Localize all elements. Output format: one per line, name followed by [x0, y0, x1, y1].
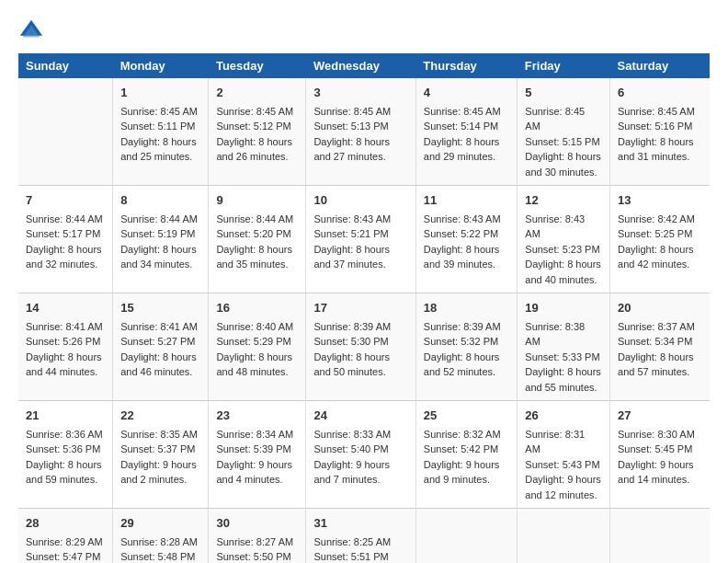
sunset-time: Sunset: 5:37 PM [120, 443, 195, 454]
logo [18, 18, 48, 44]
calendar-week-5: 28Sunrise: 8:29 AMSunset: 5:47 PMDayligh… [18, 509, 710, 564]
sunset-time: Sunset: 5:14 PM [424, 121, 498, 132]
calendar-cell: 31Sunrise: 8:25 AMSunset: 5:51 PMDayligh… [306, 509, 415, 564]
col-header-wednesday: Wednesday [306, 53, 415, 78]
sunrise-time: Sunrise: 8:38 AM [525, 321, 585, 348]
day-number: 30 [216, 514, 298, 533]
sunrise-time: Sunrise: 8:44 AM [216, 213, 293, 224]
sunrise-time: Sunrise: 8:43 AM [313, 213, 391, 224]
calendar-cell: 18Sunrise: 8:39 AMSunset: 5:32 PMDayligh… [415, 293, 517, 401]
col-header-saturday: Saturday [610, 53, 710, 78]
calendar-week-4: 21Sunrise: 8:36 AMSunset: 5:36 PMDayligh… [18, 401, 710, 509]
sunrise-time: Sunrise: 8:29 AM [26, 536, 103, 547]
col-header-sunday: Sunday [18, 53, 113, 78]
daylight-hours: Daylight: 8 hours and 39 minutes. [424, 244, 500, 270]
daylight-hours: Daylight: 9 hours and 2 minutes. [120, 459, 197, 486]
sunset-time: Sunset: 5:32 PM [424, 336, 498, 347]
day-number: 9 [216, 191, 298, 210]
sunrise-time: Sunrise: 8:43 AM [424, 213, 501, 224]
sunrise-time: Sunrise: 8:27 AM [216, 536, 293, 547]
calendar-cell: 29Sunrise: 8:28 AMSunset: 5:48 PMDayligh… [113, 509, 209, 564]
daylight-hours: Daylight: 9 hours and 14 minutes. [618, 459, 694, 486]
sunrise-time: Sunrise: 8:31 AM [525, 429, 585, 455]
day-number: 16 [216, 299, 298, 317]
daylight-hours: Daylight: 8 hours and 42 minutes. [618, 244, 694, 270]
calendar-table: SundayMondayTuesdayWednesdayThursdayFrid… [18, 53, 710, 563]
sunrise-time: Sunrise: 8:32 AM [424, 429, 501, 440]
sunset-time: Sunset: 5:17 PM [26, 228, 100, 239]
calendar-cell: 20Sunrise: 8:37 AMSunset: 5:34 PMDayligh… [610, 293, 710, 401]
calendar-cell: 12Sunrise: 8:43 AMSunset: 5:23 PMDayligh… [518, 186, 610, 293]
sunset-time: Sunset: 5:43 PM [525, 459, 599, 470]
sunset-time: Sunset: 5:45 PM [618, 443, 692, 454]
day-number: 31 [313, 514, 407, 533]
sunrise-time: Sunrise: 8:45 AM [216, 106, 293, 117]
sunset-time: Sunset: 5:39 PM [216, 443, 290, 454]
day-number: 27 [618, 407, 702, 425]
day-number: 1 [120, 84, 200, 102]
day-number: 3 [313, 84, 407, 102]
sunset-time: Sunset: 5:50 PM [216, 551, 290, 562]
calendar-week-3: 14Sunrise: 8:41 AMSunset: 5:26 PMDayligh… [18, 293, 710, 401]
calendar-cell: 30Sunrise: 8:27 AMSunset: 5:50 PMDayligh… [209, 509, 306, 564]
sunrise-time: Sunrise: 8:39 AM [313, 321, 391, 332]
sunrise-time: Sunrise: 8:41 AM [120, 321, 198, 332]
calendar-cell: 15Sunrise: 8:41 AMSunset: 5:27 PMDayligh… [113, 293, 209, 401]
calendar-cell: 8Sunrise: 8:44 AMSunset: 5:19 PMDaylight… [113, 186, 209, 293]
calendar-week-1: 1Sunrise: 8:45 AMSunset: 5:11 PMDaylight… [18, 78, 710, 186]
day-number: 4 [424, 84, 509, 102]
day-number: 21 [26, 407, 105, 425]
col-header-friday: Friday [518, 53, 610, 78]
daylight-hours: Daylight: 8 hours and 48 minutes. [216, 351, 292, 378]
sunset-time: Sunset: 5:25 PM [618, 228, 692, 239]
sunset-time: Sunset: 5:40 PM [313, 443, 388, 454]
daylight-hours: Daylight: 8 hours and 34 minutes. [120, 244, 197, 270]
calendar-cell: 16Sunrise: 8:40 AMSunset: 5:29 PMDayligh… [209, 293, 306, 401]
day-number: 2 [216, 84, 298, 102]
daylight-hours: Daylight: 8 hours and 29 minutes. [424, 136, 500, 163]
daylight-hours: Daylight: 8 hours and 32 minutes. [26, 244, 102, 270]
sunrise-time: Sunrise: 8:33 AM [313, 429, 391, 440]
sunrise-time: Sunrise: 8:34 AM [216, 429, 293, 440]
daylight-hours: Daylight: 9 hours and 12 minutes. [525, 474, 601, 500]
daylight-hours: Daylight: 8 hours and 52 minutes. [424, 351, 500, 378]
sunrise-time: Sunrise: 8:30 AM [618, 429, 695, 440]
sunset-time: Sunset: 5:20 PM [216, 228, 290, 239]
sunrise-time: Sunrise: 8:45 AM [120, 106, 198, 117]
calendar-cell: 14Sunrise: 8:41 AMSunset: 5:26 PMDayligh… [18, 293, 113, 401]
day-number: 14 [26, 299, 105, 317]
daylight-hours: Daylight: 8 hours and 26 minutes. [216, 136, 292, 163]
calendar-cell: 21Sunrise: 8:36 AMSunset: 5:36 PMDayligh… [18, 401, 113, 509]
day-number: 26 [525, 407, 602, 425]
calendar-cell: 19Sunrise: 8:38 AMSunset: 5:33 PMDayligh… [518, 293, 610, 401]
col-header-monday: Monday [113, 53, 209, 78]
sunset-time: Sunset: 5:26 PM [26, 336, 100, 347]
sunset-time: Sunset: 5:34 PM [618, 336, 692, 347]
daylight-hours: Daylight: 9 hours and 4 minutes. [216, 459, 292, 486]
calendar-cell [18, 78, 113, 186]
day-number: 11 [424, 191, 509, 210]
calendar-cell: 5Sunrise: 8:45 AMSunset: 5:15 PMDaylight… [518, 78, 610, 186]
calendar-cell: 27Sunrise: 8:30 AMSunset: 5:45 PMDayligh… [610, 401, 710, 509]
daylight-hours: Daylight: 8 hours and 44 minutes. [26, 351, 102, 378]
day-number: 22 [120, 407, 200, 425]
daylight-hours: Daylight: 8 hours and 31 minutes. [618, 136, 694, 163]
calendar-week-2: 7Sunrise: 8:44 AMSunset: 5:17 PMDaylight… [18, 186, 710, 293]
sunset-time: Sunset: 5:23 PM [525, 244, 599, 255]
day-number: 7 [26, 191, 105, 210]
sunrise-time: Sunrise: 8:42 AM [618, 213, 695, 224]
calendar-cell [518, 509, 610, 564]
daylight-hours: Daylight: 8 hours and 25 minutes. [120, 136, 197, 163]
day-number: 15 [120, 299, 200, 317]
sunrise-time: Sunrise: 8:43 AM [525, 213, 585, 240]
sunrise-time: Sunrise: 8:25 AM [313, 536, 391, 547]
calendar-cell: 4Sunrise: 8:45 AMSunset: 5:14 PMDaylight… [415, 78, 517, 186]
sunset-time: Sunset: 5:48 PM [120, 551, 195, 562]
daylight-hours: Daylight: 8 hours and 30 minutes. [525, 151, 601, 178]
sunset-time: Sunset: 5:19 PM [120, 228, 195, 239]
sunrise-time: Sunrise: 8:35 AM [120, 429, 198, 440]
sunset-time: Sunset: 5:21 PM [313, 228, 388, 239]
calendar-cell: 10Sunrise: 8:43 AMSunset: 5:21 PMDayligh… [306, 186, 415, 293]
calendar-cell: 9Sunrise: 8:44 AMSunset: 5:20 PMDaylight… [209, 186, 306, 293]
sunrise-time: Sunrise: 8:39 AM [424, 321, 501, 332]
